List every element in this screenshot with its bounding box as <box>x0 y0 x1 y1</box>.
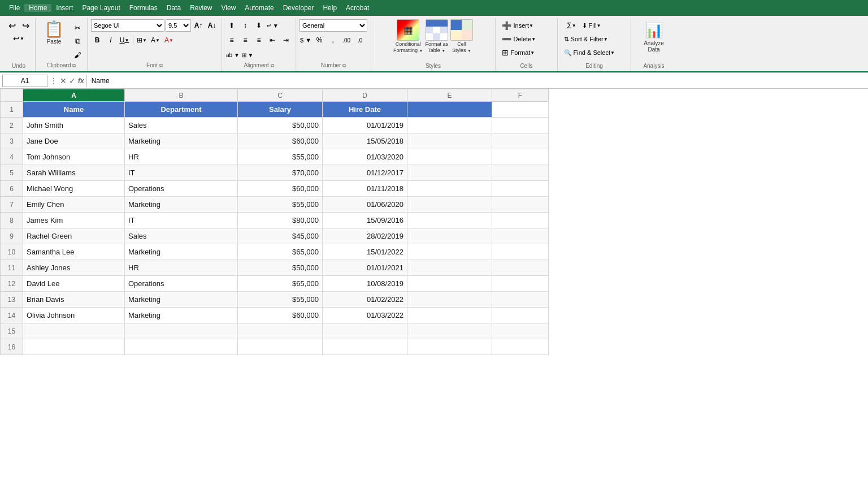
cell-f2[interactable] <box>492 118 549 133</box>
underline-button[interactable]: U ▼ <box>118 34 131 46</box>
align-left-button[interactable]: ≡ <box>225 34 238 46</box>
row-header-14[interactable]: 14 <box>1 308 23 323</box>
cell-d9[interactable]: 28/02/2019 <box>323 228 407 244</box>
formula-input[interactable] <box>86 75 866 87</box>
cell-c4[interactable]: $55,000 <box>238 149 323 165</box>
decrease-decimal-button[interactable]: .0 <box>354 34 366 46</box>
cell-d6[interactable]: 01/11/2018 <box>323 181 407 197</box>
cell-a2[interactable]: John Smith <box>23 118 125 133</box>
analyze-data-button[interactable]: 📊 AnalyzeData <box>639 19 669 55</box>
cell-b8[interactable]: IT <box>125 213 238 228</box>
cut-button[interactable]: ✂ <box>71 21 84 34</box>
menu-insert[interactable]: Insert <box>51 4 77 12</box>
align-right-button[interactable]: ≡ <box>253 34 265 46</box>
borders-button[interactable]: ⊞ ▼ <box>136 34 148 46</box>
cell-f4[interactable] <box>492 149 549 165</box>
cell-d1[interactable]: Hire Date <box>323 102 407 118</box>
menu-data[interactable]: Data <box>162 4 185 12</box>
cell-d5[interactable]: 01/12/2017 <box>323 165 407 181</box>
sort-filter-button[interactable]: ⇅ Sort & Filter ▼ <box>563 33 626 45</box>
delete-button[interactable]: ➖ Delete ▼ <box>501 33 552 45</box>
find-select-button[interactable]: 🔍 Find & Select ▼ <box>563 46 626 59</box>
merge-center-button[interactable]: ⊞ ▼ <box>241 49 254 61</box>
fill-color-button[interactable]: A ▼ <box>149 34 162 46</box>
cell-a11[interactable]: Ashley Jones <box>23 260 125 276</box>
cell-c14[interactable]: $60,000 <box>238 308 323 323</box>
cell-reference-input[interactable] <box>2 75 47 87</box>
cell-e5[interactable] <box>407 165 492 181</box>
cell-e14[interactable] <box>407 308 492 323</box>
cell-c13[interactable]: $55,000 <box>238 292 323 308</box>
cell-e2[interactable] <box>407 118 492 133</box>
cell-d14[interactable]: 01/03/2022 <box>323 308 407 323</box>
cell-d2[interactable]: 01/01/2019 <box>323 118 407 133</box>
menu-formulas[interactable]: Formulas <box>125 4 162 12</box>
cell-f9[interactable] <box>492 228 549 244</box>
col-header-f[interactable]: F <box>492 89 549 102</box>
col-header-d[interactable]: D <box>323 89 407 102</box>
cell-styles-button[interactable]: CellStyles ▼ <box>450 19 473 54</box>
undo-button[interactable]: ↩ <box>6 19 18 32</box>
cell-c11[interactable]: $50,000 <box>238 260 323 276</box>
cell-e4[interactable] <box>407 149 492 165</box>
cell-d8[interactable]: 15/09/2016 <box>323 213 407 228</box>
format-button[interactable]: ⊞ Format ▼ <box>501 46 552 59</box>
percent-button[interactable]: % <box>313 34 326 46</box>
row-header-16[interactable]: 16 <box>1 339 23 355</box>
cell-e9[interactable] <box>407 228 492 244</box>
cell-e7[interactable] <box>407 197 492 213</box>
col-header-e[interactable]: E <box>407 89 492 102</box>
cell-a4[interactable]: Tom Johnson <box>23 149 125 165</box>
cell-a3[interactable]: Jane Doe <box>23 133 125 149</box>
row-header-11[interactable]: 11 <box>1 260 23 276</box>
insert-function-icon[interactable]: fx <box>78 77 84 85</box>
cell-e11[interactable] <box>407 260 492 276</box>
bold-button[interactable]: B <box>91 34 103 46</box>
cell-b10[interactable]: Marketing <box>125 244 238 260</box>
cell-b12[interactable]: Operations <box>125 276 238 292</box>
cell-c7[interactable]: $55,000 <box>238 197 323 213</box>
cell-f8[interactable] <box>492 213 549 228</box>
row-header-12[interactable]: 12 <box>1 276 23 292</box>
format-painter-button[interactable]: 🖌 <box>71 49 84 61</box>
cell-b16[interactable] <box>125 339 238 355</box>
cell-c6[interactable]: $60,000 <box>238 181 323 197</box>
cell-c15[interactable] <box>238 323 323 339</box>
cell-d12[interactable]: 10/08/2019 <box>323 276 407 292</box>
align-center-button[interactable]: ≡ <box>239 34 251 46</box>
wrap-text-button[interactable]: ↵ ▼ <box>266 19 279 32</box>
col-header-a[interactable]: A <box>23 89 125 102</box>
cell-e1[interactable] <box>407 102 492 118</box>
cell-d16[interactable] <box>323 339 407 355</box>
row-header-4[interactable]: 4 <box>1 149 23 165</box>
paste-button[interactable]: 📋 Paste <box>39 19 69 47</box>
menu-page-layout[interactable]: Page Layout <box>77 4 124 12</box>
insert-button[interactable]: ➕ Insert ▼ <box>501 19 552 32</box>
cell-b1[interactable]: Department <box>125 102 238 118</box>
cell-a7[interactable]: Emily Chen <box>23 197 125 213</box>
row-header-7[interactable]: 7 <box>1 197 23 213</box>
cell-c12[interactable]: $65,000 <box>238 276 323 292</box>
row-header-13[interactable]: 13 <box>1 292 23 308</box>
row-header-3[interactable]: 3 <box>1 133 23 149</box>
font-family-select[interactable]: Segoe UI <box>91 19 164 32</box>
cell-d13[interactable]: 01/02/2022 <box>323 292 407 308</box>
cell-a10[interactable]: Samantha Lee <box>23 244 125 260</box>
cell-d11[interactable]: 01/01/2021 <box>323 260 407 276</box>
cell-b6[interactable]: Operations <box>125 181 238 197</box>
cell-a8[interactable]: James Kim <box>23 213 125 228</box>
menu-file[interactable]: File <box>5 4 24 12</box>
cell-f7[interactable] <box>492 197 549 213</box>
cell-c9[interactable]: $45,000 <box>238 228 323 244</box>
cell-f11[interactable] <box>492 260 549 276</box>
cell-a6[interactable]: Michael Wong <box>23 181 125 197</box>
align-bottom-button[interactable]: ⬇ <box>253 19 265 32</box>
cell-f16[interactable] <box>492 339 549 355</box>
align-top-button[interactable]: ⬆ <box>225 19 238 32</box>
cell-a13[interactable]: Brian Davis <box>23 292 125 308</box>
cell-e12[interactable] <box>407 276 492 292</box>
row-header-9[interactable]: 9 <box>1 228 23 244</box>
align-middle-button[interactable]: ↕ <box>239 19 251 32</box>
font-color-button[interactable]: A ▼ <box>163 34 175 46</box>
cell-c8[interactable]: $80,000 <box>238 213 323 228</box>
